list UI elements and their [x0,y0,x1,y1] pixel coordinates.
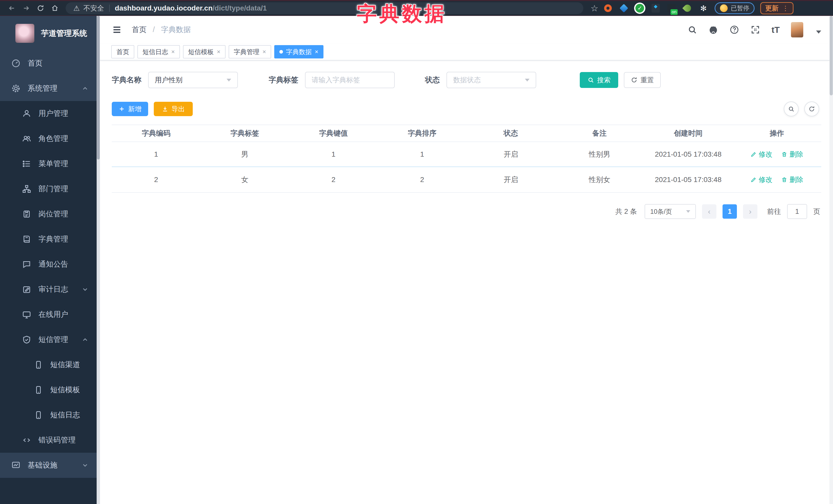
close-icon[interactable]: × [171,48,175,55]
sidebar-item-sms-channel[interactable]: 短信渠道 [0,352,100,377]
bookmark-star-icon[interactable]: ☆ [591,3,598,13]
close-icon[interactable]: × [315,48,318,55]
browser-update-button[interactable]: 更新 ⋮ [760,2,793,14]
goto-label: 前往 [767,207,781,216]
profile-paused-chip[interactable]: 已暂停 [715,2,755,14]
sidebar-scrollbar-thumb[interactable] [97,16,100,160]
online-icon [22,310,31,319]
extension-slider-icon[interactable] [651,4,660,13]
back-arrow-icon[interactable] [5,3,19,14]
sidebar-item-users[interactable]: 用户管理 [0,101,100,126]
sidebar-item-label: 首页 [28,58,43,68]
pencil-icon [751,151,757,158]
tab-sms-log[interactable]: 短信日志× [137,45,180,58]
sidebar-item-menus[interactable]: 菜单管理 [0,151,100,176]
screen: ⚠ 不安全 dashboard.yudao.iocoder.cn /dict/t… [0,0,833,504]
sidebar-item-error-codes[interactable]: 错误码管理 [0,428,100,453]
security-label[interactable]: 不安全 [83,4,104,13]
tab-dict-data[interactable]: 字典数据× [274,45,324,58]
sidebar-item-label: 字典管理 [39,234,68,244]
sidebar-item-departments[interactable]: 部门管理 [0,176,100,201]
window-scrollbar-thumb[interactable] [830,16,833,95]
edit-link[interactable]: 修改 [751,150,772,159]
extension-leaf-icon[interactable] [683,4,692,13]
extension-orange-ring-icon[interactable] [603,4,613,13]
sidebar-item-sms-log[interactable]: 短信日志 [0,403,100,428]
hamburger-icon[interactable] [112,25,122,35]
reset-button[interactable]: 重置 [624,72,661,88]
refresh-button[interactable] [804,101,819,116]
sidebar-bottom-section: 基础设施 [0,453,100,478]
current-page[interactable]: 1 [722,204,737,219]
delete-link[interactable]: 删除 [781,175,803,184]
refresh-icon[interactable] [33,3,48,14]
github-icon[interactable] [709,25,718,34]
sidebar-scrollbar[interactable] [97,16,100,504]
font-size-icon[interactable]: tT [771,25,780,35]
breadcrumb-current: 字典数据 [161,25,191,33]
sidebar-submenu: 用户管理 角色管理 菜单管理 部门管理 岗位管理 [0,101,100,453]
add-button[interactable]: 新增 [112,102,148,116]
page-size-select[interactable]: 10条/页 [645,204,696,219]
kebab-menu-icon[interactable]: ⋮ [782,7,789,10]
close-icon[interactable]: × [262,48,266,55]
sidebar-item-system[interactable]: 系统管理 [0,76,100,101]
edit-link[interactable]: 修改 [751,175,772,184]
sidebar-item-notice[interactable]: 通知公告 [0,252,100,277]
sidebar-logo-row[interactable]: 芋道管理系统 [0,16,100,51]
chevron-down-icon [81,462,89,469]
sidebar-item-label: 短信日志 [50,410,80,420]
tab-sms-template[interactable]: 短信模板× [183,45,225,58]
window-scrollbar[interactable] [829,16,833,504]
question-icon[interactable] [730,25,739,34]
sidebar-item-sms-template[interactable]: 短信模板 [0,377,100,403]
breadcrumb-home[interactable]: 首页 [132,25,147,33]
export-button[interactable]: 导出 [154,102,193,116]
close-icon[interactable]: × [217,48,220,55]
gear-icon [11,84,21,93]
prev-page-button[interactable]: ‹ [702,204,716,219]
trash-icon [781,177,787,183]
search-icon[interactable] [687,25,697,34]
search-button[interactable]: 搜索 [580,72,618,88]
extension-puzzle-icon[interactable]: ✻ [699,4,708,13]
extension-green-check-icon[interactable]: ✓ [635,4,644,13]
url-path[interactable]: /dict/type/data/1 [213,4,267,12]
code-icon [22,436,31,445]
tabs-bar: 首页 短信日志× 短信模板× 字典管理× 字典数据× [100,44,833,61]
chevron-up-icon [81,336,89,343]
show-search-button[interactable] [784,101,799,116]
avatar[interactable] [791,22,803,38]
dict-name-select[interactable]: 用户性别 [148,72,238,88]
table-row[interactable]: 1 男 1 1 开启 性别男 2021-01-05 17:03:48 修改 删除 [112,142,821,167]
sidebar-item-online-users[interactable]: 在线用户 [0,302,100,327]
total-count: 共 2 条 [615,207,637,216]
sidebar-item-audit-log[interactable]: 审计日志 [0,277,100,302]
sidebar-item-roles[interactable]: 角色管理 [0,126,100,151]
sidebar-item-dict[interactable]: 字典管理 [0,226,100,252]
fullscreen-icon[interactable] [751,25,760,34]
url-domain[interactable]: dashboard.yudao.iocoder.cn [115,4,213,12]
forward-arrow-icon[interactable] [19,3,33,14]
goto-page-input[interactable] [787,204,807,219]
users-icon [22,134,31,143]
next-page-button[interactable]: › [743,204,757,219]
status-select[interactable]: 数据状态 [447,72,536,88]
extension-blue-kite-icon[interactable] [619,4,628,13]
sidebar-item-posts[interactable]: 岗位管理 [0,201,100,226]
address-bar[interactable]: ⚠ 不安全 dashboard.yudao.iocoder.cn /dict/t… [66,2,584,14]
extension-on-badge-icon[interactable] [667,4,676,13]
tab-dict-manage[interactable]: 字典管理× [229,45,271,58]
extension-icons: ✓ ✻ [603,4,708,13]
sidebar-item-infrastructure[interactable]: 基础设施 [0,453,100,478]
table-tools [784,101,821,116]
sidebar-item-home[interactable]: 首页 [0,51,100,76]
sidebar-item-sms[interactable]: 短信管理 [0,327,100,352]
table-row[interactable]: 2 女 2 2 开启 性别女 2021-01-05 17:03:48 修改 删除 [112,167,821,192]
caret-down-icon[interactable] [816,30,821,33]
dict-label-input[interactable] [305,72,395,88]
delete-link[interactable]: 删除 [781,150,803,159]
home-icon[interactable] [48,3,62,14]
chart-icon [11,461,21,470]
tab-home[interactable]: 首页 [111,45,134,58]
